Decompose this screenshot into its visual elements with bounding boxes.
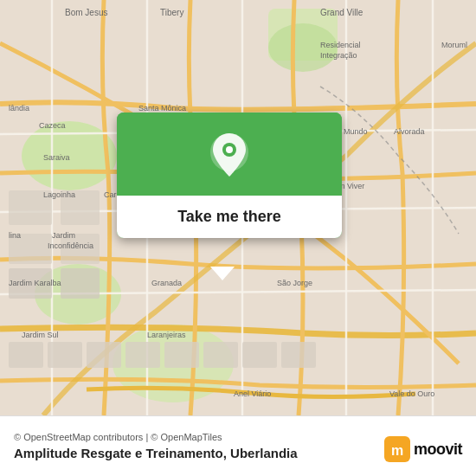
location-pin-icon <box>209 132 250 182</box>
svg-text:Jardim Karalba: Jardim Karalba <box>9 279 61 287</box>
svg-text:Moruml: Moruml <box>441 41 467 49</box>
svg-text:Tibery: Tibery <box>160 8 183 17</box>
svg-text:Grand Ville: Grand Ville <box>320 8 363 17</box>
svg-text:Saraiva: Saraiva <box>43 153 70 162</box>
svg-rect-25 <box>203 342 238 368</box>
svg-text:m: m <box>391 443 403 458</box>
svg-rect-26 <box>242 342 277 368</box>
svg-rect-22 <box>87 342 121 368</box>
svg-text:Laranjeiras: Laranjeiras <box>147 331 186 339</box>
svg-text:São Jorge: São Jorge <box>277 279 312 287</box>
moovit-logo: m moovit <box>384 436 462 462</box>
svg-text:Residencial: Residencial <box>320 41 361 49</box>
svg-rect-21 <box>48 342 82 368</box>
place-name: Amplitude Resgate e Treinamento, Uberlan… <box>14 446 298 460</box>
svg-rect-27 <box>281 342 316 368</box>
svg-rect-20 <box>9 342 43 368</box>
map-area: Bom Jesus Tibery Grand Ville Residencial… <box>0 0 476 415</box>
svg-rect-24 <box>164 342 199 368</box>
svg-text:Lagoinha: Lagoinha <box>43 190 75 199</box>
bottom-bar: © OpenStreetMap contributors | © OpenMap… <box>0 415 476 476</box>
svg-text:Jardim Sul: Jardim Sul <box>22 331 59 339</box>
svg-text:Vale do Ouro: Vale do Ouro <box>389 389 434 398</box>
svg-text:Anel Viário: Anel Viário <box>234 389 271 398</box>
moovit-icon: m <box>384 436 410 462</box>
popup-pointer <box>210 267 235 280</box>
svg-text:lândia: lândia <box>9 104 29 113</box>
svg-text:Jardim: Jardim <box>52 231 75 240</box>
svg-text:Integração: Integração <box>320 51 357 60</box>
svg-text:Inconfidência: Inconfidência <box>48 241 93 250</box>
svg-text:Granada: Granada <box>151 279 182 287</box>
svg-text:lina: lina <box>9 231 21 240</box>
svg-point-55 <box>226 146 233 153</box>
svg-text:Santa Mônica: Santa Mônica <box>138 104 186 113</box>
svg-text:Alvorada: Alvorada <box>394 127 425 136</box>
take-me-there-button[interactable]: Take me there <box>117 196 342 238</box>
svg-rect-19 <box>61 268 100 299</box>
location-popup[interactable]: Take me there <box>117 113 342 238</box>
svg-text:Cazeca: Cazeca <box>39 121 66 130</box>
svg-text:Bom Jesus: Bom Jesus <box>65 8 107 17</box>
svg-rect-23 <box>125 342 160 368</box>
moovit-text: moovit <box>414 441 462 459</box>
pin-area <box>117 113 342 196</box>
